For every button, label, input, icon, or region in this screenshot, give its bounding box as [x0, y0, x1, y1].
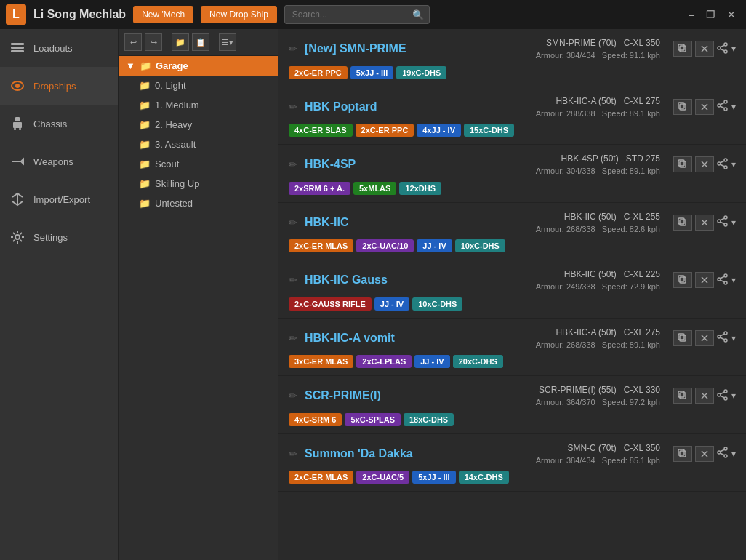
new-folder-button[interactable]: 📁: [172, 33, 189, 51]
tree-item[interactable]: 📁1. Medium: [119, 95, 278, 115]
tree-item[interactable]: 📁Skilling Up: [119, 174, 278, 193]
tag[interactable]: JJ - IV: [414, 355, 449, 368]
more-options-button[interactable]: ▾: [731, 159, 736, 169]
tree-garage[interactable]: ▼ 📁 Garage: [119, 56, 278, 76]
edit-icon[interactable]: ✏: [289, 274, 297, 286]
delete-loadout-button[interactable]: [695, 446, 714, 462]
delete-loadout-button[interactable]: [695, 272, 714, 288]
mech-name[interactable]: HBK-IIC: [305, 216, 348, 229]
more-options-button[interactable]: ▾: [731, 449, 736, 459]
tag[interactable]: 5xC-SPLAS: [345, 413, 401, 426]
tag[interactable]: 4xC-ER SLAS: [289, 124, 353, 137]
edit-icon[interactable]: ✏: [289, 43, 297, 55]
more-options-button[interactable]: ▾: [731, 44, 736, 54]
tag[interactable]: 10xC-DHS: [412, 297, 462, 311]
copy-loadout-button[interactable]: [673, 388, 692, 404]
edit-icon[interactable]: ✏: [289, 448, 297, 460]
tag[interactable]: 19xC-DHS: [396, 66, 446, 79]
tree-item[interactable]: 📁Untested: [119, 193, 278, 213]
edit-icon[interactable]: ✏: [289, 390, 297, 401]
mech-name[interactable]: Summon 'Da Dakka: [305, 447, 413, 460]
tag[interactable]: JJ - IV: [417, 239, 452, 252]
more-options-button[interactable]: ▾: [731, 391, 736, 401]
tag[interactable]: 2xSRM 6 + A.: [289, 182, 350, 195]
delete-loadout-button[interactable]: [695, 99, 714, 115]
tag[interactable]: 5xMLAS: [353, 182, 396, 195]
copy-loadout-button[interactable]: [673, 156, 692, 172]
share-button[interactable]: [717, 447, 729, 460]
tag[interactable]: 2xC-ER MLAS: [289, 471, 353, 484]
tag[interactable]: 5xJJ - III: [350, 66, 393, 79]
minimize-button[interactable]: –: [684, 7, 699, 22]
tree-item[interactable]: 📁3. Assault: [119, 135, 278, 154]
tree-item[interactable]: 📁0. Light: [119, 76, 278, 95]
more-options-button[interactable]: ▾: [731, 217, 736, 228]
mech-name[interactable]: HBK Poptard: [305, 100, 377, 113]
tag[interactable]: 14xC-DHS: [459, 471, 509, 484]
paste-button[interactable]: 📋: [192, 33, 209, 51]
tag[interactable]: 2xC-ER PPC: [289, 66, 348, 79]
edit-icon[interactable]: ✏: [289, 159, 297, 170]
sidebar-item-settings[interactable]: Settings: [0, 218, 118, 256]
sidebar-item-weapons[interactable]: Weapons: [0, 143, 118, 180]
copy-loadout-button[interactable]: [673, 99, 692, 115]
edit-icon[interactable]: ✏: [289, 332, 297, 344]
more-options-button[interactable]: ▾: [731, 333, 736, 343]
tag[interactable]: 5xJJ - III: [412, 471, 455, 484]
search-input[interactable]: [284, 5, 430, 24]
new-mech-button[interactable]: New 'Mech: [133, 6, 193, 23]
maximize-button[interactable]: ❐: [702, 7, 720, 22]
tag[interactable]: 4xJJ - IV: [417, 124, 461, 137]
copy-loadout-button[interactable]: [673, 215, 692, 231]
tag[interactable]: 18xC-DHS: [404, 413, 454, 426]
sidebar-item-dropships[interactable]: Dropships: [0, 67, 118, 105]
copy-loadout-button[interactable]: [673, 446, 692, 462]
undo-button[interactable]: ↩: [124, 33, 142, 51]
tree-item[interactable]: 📁Scout: [119, 154, 278, 174]
mech-name[interactable]: HBK-IIC-A vomit: [305, 332, 395, 345]
mech-name[interactable]: SCR-PRIME(I): [305, 389, 381, 402]
tag[interactable]: 2xC-UAC/5: [356, 471, 409, 484]
delete-loadout-button[interactable]: [695, 156, 714, 172]
share-button[interactable]: [717, 389, 729, 403]
share-button[interactable]: [717, 331, 729, 345]
tag[interactable]: 15xC-DHS: [464, 124, 514, 137]
mech-name[interactable]: HBK-IIC Gauss: [305, 273, 388, 287]
tag[interactable]: 4xC-SRM 6: [289, 413, 342, 426]
share-button[interactable]: [717, 42, 729, 56]
sidebar-item-loadouts[interactable]: Loadouts: [0, 29, 118, 67]
sidebar-item-import-export[interactable]: Import/Export: [0, 180, 118, 218]
edit-icon[interactable]: ✏: [289, 217, 297, 228]
tag[interactable]: JJ - IV: [374, 297, 409, 311]
share-button[interactable]: [717, 158, 729, 172]
redo-button[interactable]: ↪: [145, 33, 162, 51]
new-dropship-button[interactable]: New Drop Ship: [201, 6, 277, 23]
view-options-button[interactable]: ☰▾: [219, 33, 236, 51]
delete-loadout-button[interactable]: [695, 41, 714, 57]
more-options-button[interactable]: ▾: [731, 275, 736, 285]
mech-name[interactable]: [New] SMN-PRIME: [305, 42, 406, 55]
more-options-button[interactable]: ▾: [731, 102, 736, 112]
copy-loadout-button[interactable]: [673, 41, 692, 57]
copy-loadout-button[interactable]: [673, 330, 692, 346]
tag[interactable]: 2xC-LPLAS: [356, 355, 412, 368]
edit-icon[interactable]: ✏: [289, 101, 297, 113]
tag[interactable]: 2xC-GAUSS RIFLE: [289, 297, 372, 311]
tag[interactable]: 2xC-ER PPC: [356, 124, 414, 137]
delete-loadout-button[interactable]: [695, 215, 714, 231]
share-button[interactable]: [717, 273, 729, 287]
share-button[interactable]: [717, 100, 729, 113]
tag[interactable]: 12xDHS: [399, 182, 441, 195]
delete-loadout-button[interactable]: [695, 388, 714, 404]
tag[interactable]: 20xC-DHS: [453, 355, 503, 368]
tag[interactable]: 2xC-UAC/10: [356, 239, 414, 252]
share-button[interactable]: [717, 215, 729, 229]
tag[interactable]: 2xC-ER MLAS: [289, 239, 353, 252]
tree-item[interactable]: 📁2. Heavy: [119, 115, 278, 135]
copy-loadout-button[interactable]: [673, 272, 692, 288]
mech-name[interactable]: HBK-4SP: [305, 158, 356, 171]
tag[interactable]: 3xC-ER MLAS: [289, 355, 353, 368]
delete-loadout-button[interactable]: [695, 330, 714, 346]
sidebar-item-chassis[interactable]: Chassis: [0, 105, 118, 143]
close-button[interactable]: ✕: [723, 7, 740, 22]
